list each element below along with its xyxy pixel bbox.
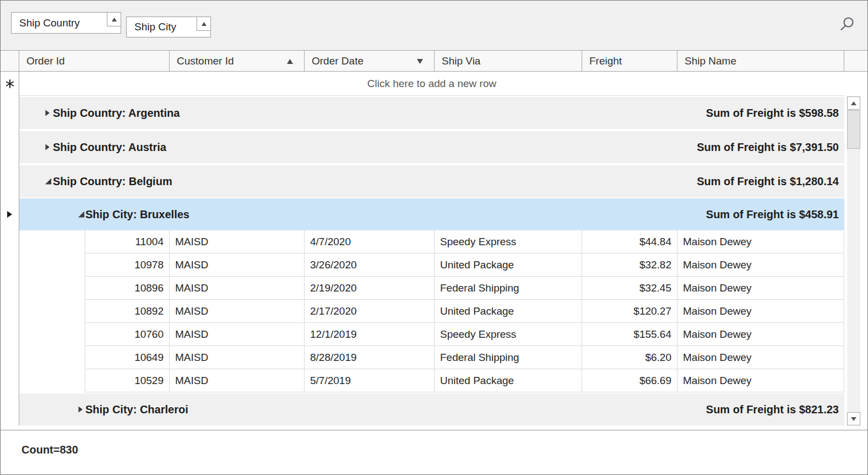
group-row-belgium[interactable]: Ship Country: Belgium Sum of Freight is … xyxy=(19,165,844,197)
group-summary: Sum of Freight is $598.58 xyxy=(706,107,839,120)
column-header-order-date[interactable]: Order Date xyxy=(305,51,435,71)
cell-order-date[interactable]: 2/19/2020 xyxy=(305,277,435,300)
group-row-charleroi[interactable]: Ship City: Charleroi Sum of Freight is $… xyxy=(19,393,844,425)
cell-customer-id[interactable]: MAISD xyxy=(170,253,305,277)
expand-collapsed-icon[interactable] xyxy=(78,406,83,413)
cell-freight[interactable]: $44.84 xyxy=(582,230,677,253)
column-header-customer-id[interactable]: Customer Id xyxy=(170,51,305,71)
table-row[interactable]: 11004 MAISD 4/7/2020 Speedy Express $44.… xyxy=(19,230,844,253)
sort-ascending-icon[interactable] xyxy=(107,12,121,26)
cell-customer-id[interactable]: MAISD xyxy=(170,369,305,392)
header-filler xyxy=(844,51,867,71)
cell-ship-via[interactable]: Speedy Express xyxy=(435,230,582,253)
cell-order-id[interactable]: 10529 xyxy=(85,369,170,392)
cell-ship-name[interactable]: Maison Dewey xyxy=(677,277,844,300)
group-chip-ship-country[interactable]: Ship Country xyxy=(11,12,121,34)
cell-order-id[interactable]: 10760 xyxy=(85,323,170,346)
cell-freight[interactable]: $32.45 xyxy=(582,277,677,300)
cell-ship-name[interactable]: Maison Dewey xyxy=(677,253,844,277)
cell-freight[interactable]: $32.82 xyxy=(582,253,677,277)
expand-expanded-icon[interactable] xyxy=(45,178,52,185)
column-header-label: Ship Name xyxy=(685,55,736,67)
cell-customer-id[interactable]: MAISD xyxy=(170,277,305,300)
cell-ship-via[interactable]: United Package xyxy=(435,253,582,277)
column-header-label: Ship Via xyxy=(442,55,480,67)
row-indicator-header xyxy=(1,51,19,71)
vertical-scrollbar[interactable] xyxy=(847,96,860,425)
cell-order-date[interactable]: 5/7/2019 xyxy=(305,369,435,392)
group-summary: Sum of Freight is $7,391.50 xyxy=(697,141,839,154)
group-summary: Sum of Freight is $821.23 xyxy=(706,403,839,416)
cell-order-date[interactable]: 3/26/2020 xyxy=(305,253,435,277)
cell-ship-name[interactable]: Maison Dewey xyxy=(677,369,844,392)
cell-freight[interactable]: $120.27 xyxy=(582,300,677,323)
column-header-order-id[interactable]: Order Id xyxy=(19,51,170,71)
column-header-ship-name[interactable]: Ship Name xyxy=(677,51,844,71)
column-header-ship-via[interactable]: Ship Via xyxy=(435,51,582,71)
cell-ship-via[interactable]: Federal Shipping xyxy=(435,346,582,369)
group-label: Ship Country: Austria xyxy=(19,141,166,154)
cell-ship-via[interactable]: Speedy Express xyxy=(435,323,582,346)
search-icon[interactable] xyxy=(839,16,855,33)
group-label: Ship City: Charleroi xyxy=(19,403,188,416)
cell-customer-id[interactable]: MAISD xyxy=(170,323,305,346)
cell-ship-via[interactable]: Federal Shipping xyxy=(435,277,582,300)
current-row-icon xyxy=(6,210,13,219)
table-row[interactable]: 10649 MAISD 8/28/2019 Federal Shipping $… xyxy=(19,346,844,369)
cell-ship-via[interactable]: United Package xyxy=(435,369,582,392)
new-row-entry[interactable]: Click here to add a new row xyxy=(1,72,867,96)
table-row[interactable]: 10529 MAISD 5/7/2019 United Package $66.… xyxy=(19,369,844,392)
group-indent xyxy=(19,277,85,300)
cell-customer-id[interactable]: MAISD xyxy=(170,346,305,369)
sort-ascending-icon[interactable] xyxy=(197,17,211,31)
cell-freight[interactable]: $155.64 xyxy=(582,323,677,346)
cell-customer-id[interactable]: MAISD xyxy=(170,230,305,253)
group-summary: Sum of Freight is $1,280.14 xyxy=(697,175,839,188)
cell-order-id[interactable]: 10896 xyxy=(85,277,170,300)
scrollbar-thumb[interactable] xyxy=(847,110,860,149)
column-header-freight[interactable]: Freight xyxy=(582,51,677,71)
row-indicator-column xyxy=(1,72,19,425)
status-bar: Count=830 xyxy=(1,430,867,474)
cell-ship-name[interactable]: Maison Dewey xyxy=(677,346,844,369)
cell-order-date[interactable]: 2/17/2020 xyxy=(305,300,435,323)
expand-expanded-icon[interactable] xyxy=(78,211,85,218)
cell-order-date[interactable]: 12/1/2019 xyxy=(305,323,435,346)
cell-order-id[interactable]: 11004 xyxy=(85,230,170,253)
cell-ship-name[interactable]: Maison Dewey xyxy=(677,323,844,346)
sort-descending-icon xyxy=(417,59,423,64)
group-chip-ship-city[interactable]: Ship City xyxy=(126,17,211,37)
group-row-bruxelles-selected[interactable]: Ship City: Bruxelles Sum of Freight is $… xyxy=(19,198,844,230)
group-by-panel[interactable]: Ship Country Ship City xyxy=(1,1,867,50)
cell-order-date[interactable]: 4/7/2020 xyxy=(305,230,435,253)
group-row-austria[interactable]: Ship Country: Austria Sum of Freight is … xyxy=(19,131,844,163)
cell-order-id[interactable]: 10649 xyxy=(85,346,170,369)
cell-order-id[interactable]: 10892 xyxy=(85,300,170,323)
cell-freight[interactable]: $66.69 xyxy=(582,369,677,392)
expand-collapsed-icon[interactable] xyxy=(45,143,50,151)
table-row[interactable]: 10978 MAISD 3/26/2020 United Package $32… xyxy=(19,253,844,277)
group-summary: Sum of Freight is $458.91 xyxy=(706,208,839,221)
cell-order-date[interactable]: 8/28/2019 xyxy=(305,346,435,369)
group-row-argentina[interactable]: Ship Country: Argentina Sum of Freight i… xyxy=(19,97,844,129)
cell-ship-via[interactable]: United Package xyxy=(435,300,582,323)
group-indent xyxy=(19,300,85,323)
cell-ship-name[interactable]: Maison Dewey xyxy=(677,230,844,253)
cell-order-id[interactable]: 10978 xyxy=(85,253,170,277)
column-header-row: Order Id Customer Id Order Date Ship Via… xyxy=(1,50,867,72)
scroll-up-button[interactable] xyxy=(847,96,860,110)
record-count: Count=830 xyxy=(21,444,78,456)
cell-ship-name[interactable]: Maison Dewey xyxy=(677,300,844,323)
group-label: Ship Country: Belgium xyxy=(19,175,172,188)
table-row[interactable]: 10896 MAISD 2/19/2020 Federal Shipping $… xyxy=(19,277,844,300)
scroll-down-button[interactable] xyxy=(847,412,860,425)
expand-collapsed-icon[interactable] xyxy=(45,109,50,117)
group-indent xyxy=(19,323,85,346)
group-chip-label: Ship City xyxy=(127,21,176,33)
cell-freight[interactable]: $6.20 xyxy=(582,346,677,369)
cell-customer-id[interactable]: MAISD xyxy=(170,300,305,323)
group-label: Ship City: Bruxelles xyxy=(19,208,189,221)
table-row[interactable]: 10760 MAISD 12/1/2019 Speedy Express $15… xyxy=(19,323,844,346)
table-row[interactable]: 10892 MAISD 2/17/2020 United Package $12… xyxy=(19,300,844,323)
sort-ascending-icon xyxy=(287,59,293,64)
